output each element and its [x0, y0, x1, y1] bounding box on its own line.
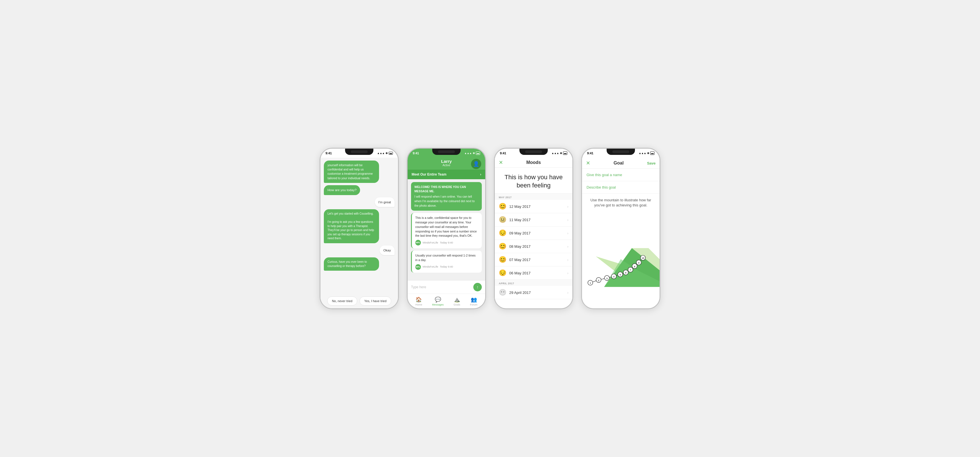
phone-3-moods: 9:41 ▲▲▲ ⊕ ▬ ✕ Moods This is how you hav…	[494, 148, 573, 309]
svg-text:8: 8	[634, 265, 635, 268]
notch-inner-2	[438, 150, 455, 153]
goal-save-button[interactable]: Save	[647, 161, 655, 166]
nav-home-label: Home	[415, 303, 422, 306]
meet-team-bar[interactable]: Meet Our Entire Team ›	[407, 170, 485, 179]
nav-messages-label: Messages	[432, 303, 444, 306]
status-icons-3: ▲▲▲ ⊕ ▬	[551, 151, 567, 155]
status-time-1: 9:41	[326, 151, 332, 155]
chat-bubble-3: I'm great	[375, 197, 395, 207]
mood-chevron-7: ›	[567, 290, 568, 295]
chat-messages: yourself information will be confidentia…	[320, 158, 398, 294]
battery-icon-2: ▬	[476, 151, 480, 155]
mood-list: MAY 2017 😊 12 May 2017 › 😐 11 May 2017 ›…	[495, 194, 573, 308]
messages-icon: 💬	[435, 296, 441, 303]
chat-choices: No, never tried Yes, I have tried	[320, 294, 398, 308]
chat-bubble-2: How are you today?	[324, 185, 360, 195]
msg2-avatar: MFL	[415, 264, 421, 270]
svg-text:1: 1	[590, 282, 591, 285]
mood-emoji-7: 😶	[499, 289, 506, 296]
mood-item-5[interactable]: 😊 07 May 2017 ›	[495, 253, 573, 266]
signal-icon-1: ▲▲▲	[377, 152, 385, 154]
moods-title: Moods	[526, 160, 541, 165]
status-time-2: 9:41	[413, 151, 419, 155]
msg1-avatar: MFL	[415, 240, 421, 245]
phone3-header: ✕ Moods	[495, 158, 573, 168]
svg-text:9: 9	[638, 262, 640, 264]
msg2-time: Today 9:40	[440, 265, 453, 269]
signal-icon-3: ▲▲▲	[551, 152, 559, 154]
svg-text:7: 7	[630, 269, 631, 272]
mood-item-4[interactable]: 😊 08 May 2017 ›	[495, 240, 573, 253]
choice-yes[interactable]: Yes, I have tried	[360, 296, 391, 306]
msg2-text: Usually your counsellor will respond 1-2…	[415, 253, 478, 263]
svg-text:4: 4	[613, 275, 614, 278]
goal-close-button[interactable]: ✕	[586, 160, 590, 166]
mood-item-2[interactable]: 😐 11 May 2017 ›	[495, 213, 573, 226]
message-input-placeholder[interactable]: Type here	[411, 285, 471, 289]
chat-bubble-6: Curious, have you ever been to counselli…	[324, 257, 379, 271]
phone-4-goal: 9:41 ▲▲▲ ⊕ ▬ ✕ Goal Save Give this goal …	[581, 148, 660, 309]
svg-text:5: 5	[620, 274, 621, 276]
mood-date-2: 11 May 2017	[509, 218, 567, 222]
battery-icon-1: ▬	[389, 152, 393, 154]
forum-icon: 👥	[471, 296, 477, 303]
svg-text:3: 3	[606, 277, 608, 280]
mood-chevron-1: ›	[567, 204, 568, 209]
wifi-icon-4: ⊕	[647, 152, 649, 154]
send-button[interactable]: ↑	[473, 283, 482, 291]
nav-forum[interactable]: 👥 Forum	[470, 296, 477, 306]
notch-inner-3	[525, 150, 542, 153]
wifi-icon-2: ⊕	[473, 152, 475, 154]
nav-home[interactable]: 🏠 Home	[415, 296, 422, 306]
mood-item-1[interactable]: 😊 12 May 2017 ›	[495, 200, 573, 213]
svg-text:2: 2	[598, 279, 600, 282]
phone2-messages: WELCOME! THIS IS WHERE YOU CAN MESSAGE M…	[407, 179, 485, 280]
counsellor-avatar: 👤	[471, 159, 481, 169]
choice-no[interactable]: No, never tried	[327, 296, 357, 306]
mood-date-1: 12 May 2017	[509, 204, 567, 209]
mood-chevron-2: ›	[567, 218, 568, 222]
chat-bubble-4: Let's get you started with Couselling.I'…	[324, 209, 379, 243]
system-message-body: I will respond when I am online. You can…	[414, 194, 478, 208]
phone2-input-area: Type here ↑	[407, 280, 485, 294]
msg2-sender: MindsForLife	[423, 265, 438, 269]
nav-messages[interactable]: 💬 Messages	[432, 296, 444, 306]
meet-team-chevron: ›	[480, 172, 481, 177]
mood-date-4: 08 May 2017	[509, 244, 567, 248]
mood-emoji-2: 😐	[499, 216, 506, 223]
mood-section-may: MAY 2017	[495, 194, 573, 200]
mood-item-6[interactable]: 😔 06 May 2017 ›	[495, 266, 573, 280]
counsellor-message-1: This is a safe, confidential space for y…	[411, 213, 482, 248]
mood-item-7[interactable]: 😶 29 April 2017 ›	[495, 286, 573, 299]
battery-icon-4: ▬	[650, 151, 654, 155]
status-icons-1: ▲▲▲ ⊕ ▬	[377, 152, 393, 154]
phone-notch-2	[432, 149, 461, 155]
goal-name-input[interactable]: Give this goal a name	[582, 169, 660, 181]
system-message-title: WELCOME! THIS IS WHERE YOU CAN MESSAGE M…	[414, 185, 478, 193]
phone-notch-3	[519, 149, 548, 155]
status-icons-2: ▲▲▲ ⊕ ▬	[464, 151, 480, 155]
svg-text:6: 6	[625, 272, 627, 274]
phone2-header: Larry Active 👤	[407, 158, 485, 170]
chat-bubble-1: yourself information will be confidentia…	[324, 161, 379, 183]
phone-notch	[345, 149, 373, 155]
mood-chevron-6: ›	[567, 271, 568, 275]
goal-desc-input[interactable]: Describe this goal	[582, 181, 660, 194]
nav-goals-label: Goals	[453, 303, 460, 306]
mood-emoji-3: 😔	[499, 229, 506, 237]
moods-close-button[interactable]: ✕	[499, 159, 503, 166]
msg2-footer: MFL MindsForLife Today 9:40	[415, 264, 478, 270]
phone-notch-4	[607, 149, 635, 155]
moods-content: ✕ Moods This is how you have been feelin…	[495, 158, 573, 308]
mood-item-3[interactable]: 😔 09 May 2017 ›	[495, 226, 573, 240]
status-icons-4: ▲▲▲ ⊕ ▬	[639, 151, 654, 155]
mountain-text: Use the mountain to illustrate how far y…	[582, 194, 660, 210]
nav-goals[interactable]: ⛰️ Goals	[453, 296, 460, 306]
battery-icon-3: ▬	[563, 151, 567, 155]
meet-team-label: Meet Our Entire Team	[412, 172, 446, 177]
mood-emoji-1: 😊	[499, 203, 506, 210]
counsellor-status: Active	[442, 164, 450, 167]
mountain-visual: 1 2 3 4 5 6 7 8	[582, 210, 660, 308]
chat-bubble-5: Okay	[380, 245, 395, 255]
bottom-nav: 🏠 Home 💬 Messages ⛰️ Goals 👥 Forum	[407, 294, 485, 308]
